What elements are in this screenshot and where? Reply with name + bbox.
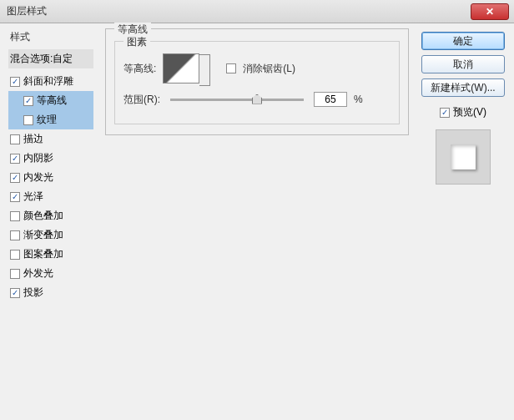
antialias-label: 消除锯齿(L) xyxy=(243,62,295,76)
close-button[interactable]: ✕ xyxy=(471,3,509,20)
contour-label: 等高线: xyxy=(123,62,156,76)
style-checkbox[interactable] xyxy=(10,192,20,202)
style-item-6[interactable]: 光泽 xyxy=(8,187,93,206)
style-checkbox[interactable] xyxy=(10,173,20,183)
close-icon: ✕ xyxy=(486,6,494,18)
style-label: 内阴影 xyxy=(23,151,53,165)
style-checkbox[interactable] xyxy=(10,250,20,260)
preview-swatch xyxy=(451,144,476,170)
antialias-checkbox[interactable] xyxy=(226,63,236,73)
settings-panel: 等高线 图素 等高线: 消除锯齿(L) 范围(R): xyxy=(97,23,417,420)
style-label: 等高线 xyxy=(37,94,67,108)
main-area: 样式 混合选项:自定 斜面和浮雕等高线纹理描边内阴影内发光光泽颜色叠加渐变叠加图… xyxy=(0,23,514,420)
subgroup-title: 图素 xyxy=(123,35,150,49)
elements-group: 图素 等高线: 消除锯齿(L) 范围(R): % xyxy=(114,41,400,124)
style-label: 外发光 xyxy=(23,266,53,281)
style-label: 光泽 xyxy=(23,190,43,204)
style-item-2[interactable]: 纹理 xyxy=(8,110,93,129)
title-bar: 图层样式 ✕ xyxy=(0,0,514,23)
style-label: 内发光 xyxy=(23,170,53,185)
action-panel: 确定 取消 新建样式(W)... 预览(V) xyxy=(417,23,514,420)
style-label: 斜面和浮雕 xyxy=(23,74,73,89)
preview-checkbox[interactable] xyxy=(440,108,450,118)
style-item-9[interactable]: 图案叠加 xyxy=(8,245,93,264)
window-title: 图层样式 xyxy=(7,4,47,18)
contour-section: 等高线 图素 等高线: 消除锯齿(L) 范围(R): xyxy=(105,28,409,135)
chevron-down-icon xyxy=(201,66,208,70)
style-item-11[interactable]: 投影 xyxy=(8,283,93,302)
preview-thumbnail xyxy=(436,129,491,185)
style-label: 描边 xyxy=(23,132,43,146)
style-item-0[interactable]: 斜面和浮雕 xyxy=(8,72,93,91)
style-checkbox[interactable] xyxy=(10,211,20,221)
range-unit: % xyxy=(354,94,363,105)
slider-thumb[interactable] xyxy=(252,94,262,104)
range-row: 范围(R): % xyxy=(123,92,391,107)
style-item-8[interactable]: 渐变叠加 xyxy=(8,225,93,245)
style-checkbox[interactable] xyxy=(10,230,20,240)
style-checkbox[interactable] xyxy=(10,154,20,164)
new-style-button[interactable]: 新建样式(W)... xyxy=(421,78,505,97)
range-label: 范围(R): xyxy=(123,93,160,107)
style-checkbox[interactable] xyxy=(10,288,20,298)
preview-label: 预览(V) xyxy=(453,105,486,119)
style-checkbox[interactable] xyxy=(23,115,33,125)
styles-panel: 样式 混合选项:自定 斜面和浮雕等高线纹理描边内阴影内发光光泽颜色叠加渐变叠加图… xyxy=(0,23,97,420)
style-item-1[interactable]: 等高线 xyxy=(8,91,93,110)
ok-button[interactable]: 确定 xyxy=(421,32,505,50)
style-label: 图案叠加 xyxy=(23,247,63,261)
style-checkbox[interactable] xyxy=(23,96,33,106)
style-item-5[interactable]: 内发光 xyxy=(8,168,93,187)
range-input[interactable] xyxy=(314,92,347,107)
preview-toggle-row: 预览(V) xyxy=(440,105,486,119)
style-item-3[interactable]: 描边 xyxy=(8,129,93,149)
style-item-4[interactable]: 内阴影 xyxy=(8,149,93,168)
style-checkbox[interactable] xyxy=(10,77,20,87)
style-label: 投影 xyxy=(23,286,43,300)
style-checkbox[interactable] xyxy=(10,134,20,144)
styles-header: 样式 xyxy=(8,30,93,44)
style-label: 渐变叠加 xyxy=(23,228,63,242)
cancel-button[interactable]: 取消 xyxy=(421,55,505,73)
style-checkbox[interactable] xyxy=(10,269,20,279)
style-item-10[interactable]: 外发光 xyxy=(8,264,93,283)
style-item-7[interactable]: 颜色叠加 xyxy=(8,206,93,225)
contour-picker[interactable] xyxy=(163,53,199,83)
blend-options-row[interactable]: 混合选项:自定 xyxy=(8,49,93,68)
range-slider[interactable] xyxy=(170,99,304,101)
style-label: 纹理 xyxy=(37,113,57,127)
style-label: 颜色叠加 xyxy=(23,209,63,223)
contour-row: 等高线: 消除锯齿(L) xyxy=(123,53,391,83)
